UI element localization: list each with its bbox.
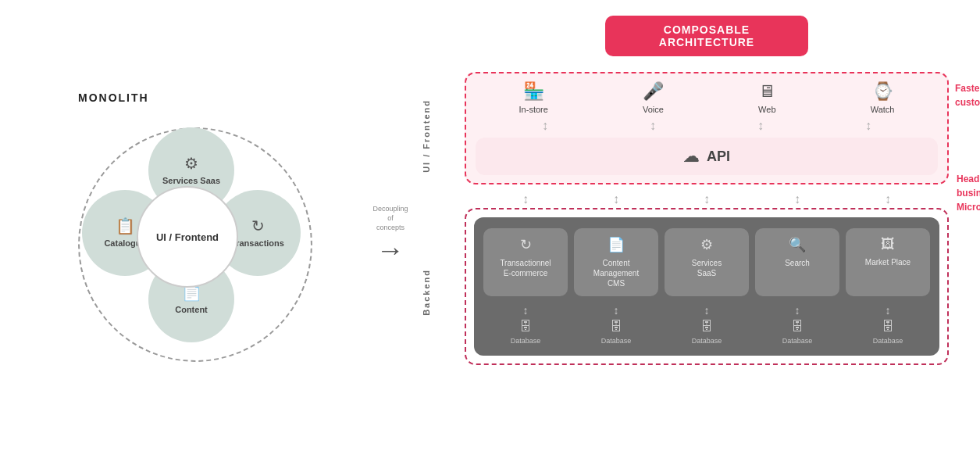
channels-row: 🏪 In-store 🎤 Voice 🖥 Web ⌚ Watch: [476, 81, 938, 114]
web-icon: 🖥: [758, 81, 775, 102]
search-label: Search: [785, 258, 810, 268]
arrow-down-3: ↕: [757, 119, 764, 133]
instore-label: In-store: [519, 105, 548, 114]
channel-watch: ⌚ Watch: [871, 81, 895, 114]
connector-row-1: ↕ ↕ ↕ ↕: [476, 114, 938, 138]
db-connector-1: ↕: [523, 304, 529, 317]
voice-label: Voice: [643, 105, 664, 114]
center-circle: UI / Frontend: [137, 186, 238, 288]
db-label-2: Database: [601, 337, 632, 345]
right-section: UI / Frontend Backend COMPOSABLEARCHITEC…: [422, 16, 949, 453]
search-icon: 🔍: [789, 236, 806, 253]
monolith-label: MONOLITH: [78, 91, 149, 104]
db-connector-2: ↕: [614, 304, 619, 317]
db-label-4: Database: [782, 337, 813, 345]
db-connector-3: ↕: [704, 304, 710, 317]
monolith-diagram: ⚙ Services Saas ↻ Transactions 📄 Content…: [70, 112, 320, 378]
arrow-down-4: ↕: [865, 119, 871, 133]
db-icon-2: 🗄: [610, 320, 622, 334]
voice-icon: 🎤: [643, 81, 664, 102]
db-label-1: Database: [511, 337, 541, 345]
db-item-4: ↕ 🗄 Database: [755, 304, 839, 345]
db-icon-1: 🗄: [519, 320, 532, 334]
arrow-down-b1: ↕: [522, 192, 529, 206]
petal-content-label: Content: [175, 305, 208, 315]
arrow-down-b3: ↕: [704, 192, 710, 206]
cms-icon: 📄: [608, 236, 625, 253]
arrow-section: Decouplingofconcepts →: [359, 205, 422, 263]
arrow-down-b4: ↕: [794, 192, 800, 206]
db-icon-3: 🗄: [700, 320, 713, 334]
arrow-down-b2: ↕: [613, 192, 619, 206]
marketplace-icon: 🖼: [881, 236, 895, 252]
watch-icon: ⌚: [872, 81, 893, 102]
db-icon-5: 🗄: [882, 320, 894, 334]
db-label-3: Database: [692, 337, 722, 345]
backend-card-cms: 📄 ContentManagementCMS: [574, 228, 658, 296]
ui-frontend-side-label: UI / Frontend: [422, 99, 431, 173]
channel-instore: 🏪 In-store: [519, 81, 548, 114]
cms-label: ContentManagementCMS: [593, 258, 639, 288]
backend-card-transactionnel: ↻ TransactionnelE-commerce: [483, 228, 568, 296]
db-connector-5: ↕: [886, 304, 891, 317]
backend-cards: ↻ TransactionnelE-commerce 📄 ContentMana…: [483, 228, 930, 296]
db-label-5: Database: [873, 337, 903, 345]
db-connector-4: ↕: [795, 304, 800, 317]
backend-side-label: Backend: [422, 269, 431, 316]
headless-text: Headless & SAASbusiness capabilitiesMicr…: [957, 172, 980, 214]
db-item-2: ↕ 🗄 Database: [574, 304, 658, 345]
connector-row-2: ↕ ↕ ↕ ↕ ↕: [465, 191, 949, 208]
main-container: MONOLITH ⚙ Services Saas ↻ Transactions …: [0, 0, 980, 469]
backend-section: ↻ TransactionnelE-commerce 📄 ContentMana…: [474, 217, 939, 356]
composable-header: COMPOSABLEARCHITECTURE: [605, 16, 808, 56]
watch-label: Watch: [871, 105, 895, 114]
arrow-down-b5: ↕: [885, 192, 891, 206]
arrow-down-2: ↕: [650, 119, 656, 133]
arrow-text: Decouplingofconcepts: [372, 205, 408, 232]
transactionnel-label: TransactionnelE-commerce: [500, 258, 551, 278]
petal-transactions-label: Transactions: [231, 238, 284, 249]
big-arrow-icon: →: [376, 236, 404, 264]
instore-icon: 🏪: [523, 81, 544, 102]
faster-text: Faster, smoothercustomer experience: [955, 81, 980, 109]
channel-web: 🖥 Web: [758, 81, 775, 114]
center-circle-label: UI / Frontend: [156, 231, 219, 243]
backend-card-search: 🔍 Search: [755, 228, 839, 296]
api-section: ☁ API: [476, 138, 938, 175]
db-icon-4: 🗄: [791, 320, 804, 334]
channel-voice: 🎤 Voice: [643, 81, 664, 114]
transactionnel-icon: ↻: [520, 236, 532, 253]
services-label: ServicesSaaS: [692, 258, 722, 278]
api-text: API: [707, 149, 730, 165]
web-label: Web: [758, 105, 775, 114]
database-row: ↕ 🗄 Database ↕ 🗄 Database ↕ 🗄 Dat: [483, 304, 930, 345]
db-item-1: ↕ 🗄 Database: [483, 304, 568, 345]
transactions-icon: ↻: [251, 217, 265, 235]
petal-services-saas-label: Services Saas: [162, 176, 220, 186]
composable-header-label: COMPOSABLEARCHITECTURE: [659, 23, 754, 48]
catalogue-icon: 📋: [116, 217, 135, 235]
api-cloud-icon: ☁: [683, 147, 699, 166]
db-item-3: ↕ 🗄 Database: [665, 304, 749, 345]
services-icon: ⚙: [700, 236, 713, 253]
arrow-down-1: ↕: [542, 119, 548, 133]
left-section: MONOLITH ⚙ Services Saas ↻ Transactions …: [31, 91, 359, 378]
backend-card-services: ⚙ ServicesSaaS: [665, 228, 749, 296]
marketplace-label: Market Place: [865, 257, 911, 267]
backend-card-marketplace: 🖼 Market Place: [846, 228, 930, 296]
api-label: ☁ API: [683, 147, 730, 166]
gear-icon: ⚙: [184, 154, 198, 173]
db-item-5: ↕ 🗄 Database: [846, 304, 930, 345]
